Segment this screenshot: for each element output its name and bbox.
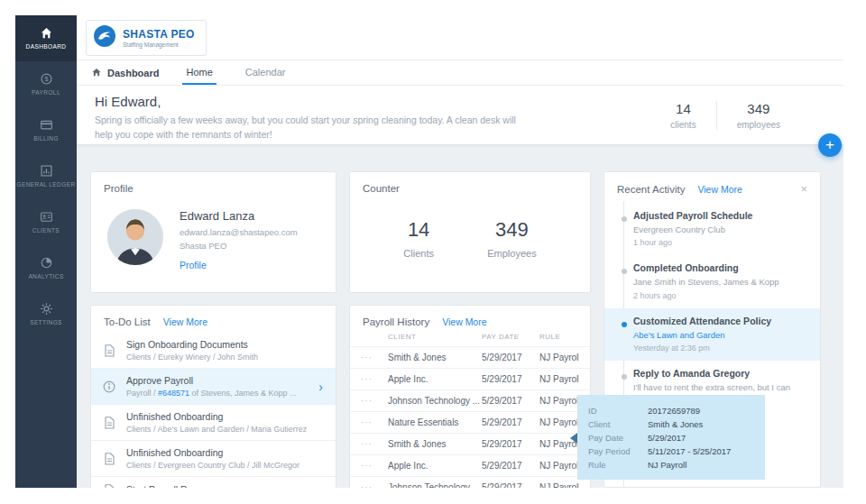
- sidebar-item-analytics[interactable]: ANALYTICS: [15, 245, 77, 291]
- tooltip-field: Pay Date 5/29/2017: [588, 431, 754, 444]
- cell-pay-date: 5/29/2017: [482, 374, 539, 384]
- tab-calendar[interactable]: Calendar: [242, 60, 290, 85]
- more-options-icon[interactable]: ···: [361, 353, 388, 362]
- payroll-icon: $: [40, 72, 53, 86]
- activity-time: 1 hour ago: [633, 238, 809, 247]
- counter-value: 349: [487, 218, 536, 242]
- todo-subtitle: Clients / Eureky Winery / John Smith: [126, 353, 258, 362]
- field-value: 20172659789: [648, 404, 700, 417]
- stat-value: 14: [670, 101, 696, 116]
- todo-item[interactable]: Start Payroll Run: [91, 476, 336, 488]
- tab-home[interactable]: Home: [182, 60, 216, 85]
- more-options-icon[interactable]: ···: [361, 417, 388, 427]
- tooltip-field: Rule NJ Payroll: [588, 458, 754, 472]
- table-row[interactable]: ··· Nature Essentials 5/29/2017 NJ Payro…: [350, 411, 590, 433]
- payroll-id-link[interactable]: #648571: [158, 389, 189, 398]
- counter-employees: 349 Employees: [487, 218, 536, 259]
- close-icon[interactable]: ×: [800, 183, 807, 195]
- column-rule: RULE: [539, 333, 579, 341]
- brand-logo[interactable]: SHASTA PEO Staffing Management: [86, 20, 207, 56]
- sidebar-item-billing[interactable]: BILLING: [15, 107, 77, 153]
- table-row[interactable]: ··· Johnson Technology ... 5/29/2017 NJ …: [350, 476, 590, 488]
- more-options-icon[interactable]: ···: [361, 461, 388, 471]
- todo-item-highlighted[interactable]: Approve Payroll Payroll / #648571 of Ste…: [91, 368, 336, 404]
- tooltip-arrow: [570, 433, 577, 444]
- table-row[interactable]: ··· Apple Inc. 5/29/2017 NJ Payroll: [350, 454, 590, 476]
- cell-pay-date: 5/29/2017: [482, 461, 539, 471]
- todo-title: Approve Payroll: [126, 375, 297, 386]
- sidebar-item-settings[interactable]: SETTINGS: [15, 291, 77, 337]
- field-label: Rule: [588, 458, 648, 472]
- sidebar-item-clients[interactable]: CLIENTS: [15, 199, 77, 245]
- general-ledger-icon: [40, 164, 53, 178]
- greeting-title: Hi Edward,: [95, 94, 526, 109]
- document-icon: [102, 452, 117, 466]
- brand-name: SHASTA PEO: [123, 28, 195, 41]
- greeting-banner: Hi Edward, Spring is officially a few we…: [77, 86, 843, 143]
- home-icon: [40, 26, 53, 40]
- sidebar-item-label: DASHBOARD: [26, 43, 67, 50]
- profile-link[interactable]: Profile: [180, 260, 207, 270]
- more-options-icon[interactable]: ···: [361, 396, 388, 406]
- brand-tagline: Staffing Management: [123, 41, 195, 48]
- counter-card: Counter 14 Clients 349 Employees: [349, 171, 591, 293]
- todo-item[interactable]: Sign Onboarding Documents Clients / Eure…: [91, 333, 336, 368]
- cell-pay-date: 5/29/2017: [482, 417, 539, 427]
- card-title: To-Do List: [104, 316, 151, 327]
- profile-card: Profile Edward Lanza edward.lanza@shasta…: [90, 171, 336, 293]
- breadcrumb[interactable]: Dashboard: [91, 60, 159, 85]
- header-stats: 14 clients 349 employees: [650, 94, 800, 143]
- table-row[interactable]: ··· Johnson Technology ... 5/29/2017 NJ …: [350, 389, 590, 411]
- field-value: 5/11/2017 - 5/25/2017: [648, 444, 731, 458]
- chevron-right-icon[interactable]: ›: [318, 380, 325, 394]
- counter-clients: 14 Clients: [403, 218, 434, 259]
- activity-item[interactable]: Completed Onboarding Jane Smith in Steve…: [604, 255, 820, 307]
- cell-client: Smith & Jones: [388, 353, 482, 362]
- activity-time: 2 hours ago: [633, 291, 809, 300]
- view-more-link[interactable]: View More: [697, 184, 742, 195]
- stat-label: employees: [737, 120, 780, 130]
- cell-client: Johnson Technology ...: [388, 396, 482, 406]
- table-row[interactable]: ··· Smith & Jones 5/29/2017 NJ Payroll: [350, 346, 590, 368]
- more-options-icon[interactable]: ···: [361, 374, 388, 384]
- profile-email: edward.lanza@shastapeo.com: [180, 226, 298, 240]
- field-value: 5/29/2017: [648, 431, 686, 444]
- card-title: Recent Activity: [617, 184, 685, 195]
- table-row-selected[interactable]: ··· Smith & Jones 5/29/2017 NJ Payroll: [350, 433, 590, 454]
- sidebar-item-label: SETTINGS: [30, 319, 62, 326]
- info-circle-icon: [102, 380, 117, 394]
- todo-title: Sign Onboarding Documents: [126, 339, 258, 350]
- view-more-link[interactable]: View More: [163, 316, 207, 327]
- document-icon: [102, 344, 117, 358]
- cell-pay-date: 5/29/2017: [482, 353, 539, 362]
- activity-client-link[interactable]: Abe's Lawn and Garden: [633, 329, 809, 341]
- stat-employees: 349 employees: [716, 101, 800, 130]
- activity-item-highlighted[interactable]: Customized Attendance Policy Abe's Lawn …: [604, 308, 820, 361]
- sidebar-item-general-ledger[interactable]: GENERAL LEDGER: [15, 153, 77, 199]
- tooltip-field: ID 20172659789: [588, 404, 754, 417]
- view-more-link[interactable]: View More: [442, 316, 486, 327]
- cell-rule: NJ Payroll: [539, 396, 579, 406]
- todo-item[interactable]: Unfinished Onboarding Clients / Abe's La…: [91, 404, 336, 440]
- document-icon: [102, 416, 117, 430]
- stat-clients: 14 clients: [650, 101, 715, 130]
- cell-client: Johnson Technology ...: [388, 482, 482, 488]
- timeline-dot-icon: [622, 374, 627, 380]
- activity-person-name: Amanda Gregory: [673, 368, 750, 379]
- tooltip-field: Pay Period 5/11/2017 - 5/25/2017: [588, 444, 754, 458]
- sidebar-item-dashboard[interactable]: DASHBOARD: [15, 15, 77, 61]
- activity-item[interactable]: Adjusted Payroll Schedule Evergreen Coun…: [604, 203, 820, 255]
- timeline-dot-icon: [622, 269, 627, 274]
- activity-subtitle: Jane Smith in Stevens, James & Kopp: [633, 276, 809, 288]
- more-options-icon[interactable]: ···: [361, 482, 388, 488]
- cell-client: Apple Inc.: [388, 461, 482, 471]
- svg-text:$: $: [44, 75, 49, 83]
- activity-subtitle: Evergreen Country Club: [633, 224, 809, 235]
- sidebar-item-payroll[interactable]: $ PAYROLL: [15, 61, 77, 107]
- card-title: Profile: [104, 183, 134, 194]
- table-row[interactable]: ··· Apple Inc. 5/29/2017 NJ Payroll: [350, 368, 590, 389]
- more-options-icon[interactable]: ···: [361, 439, 388, 449]
- add-button[interactable]: +: [818, 133, 842, 157]
- field-label: ID: [588, 404, 648, 417]
- todo-item[interactable]: Unfinished Onboarding Clients / Evergree…: [91, 440, 336, 476]
